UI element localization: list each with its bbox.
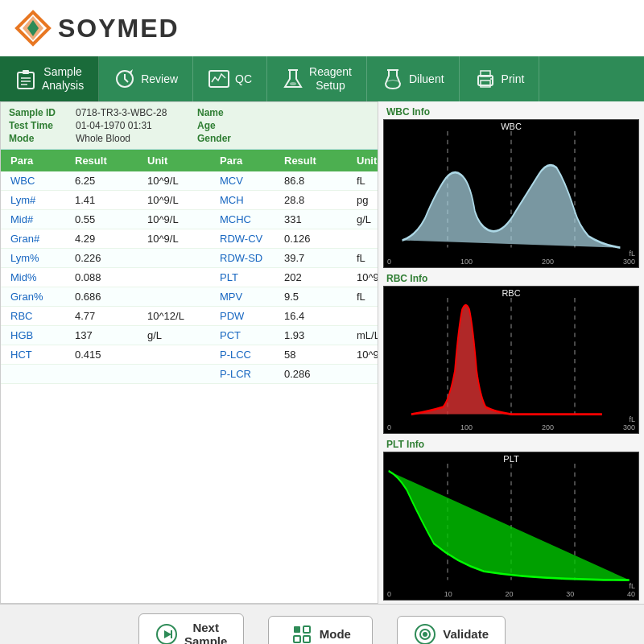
validate-icon [414, 623, 436, 645]
unit1-cell [144, 366, 217, 382]
unit2-cell: fL [353, 173, 378, 188]
rbc-unit: fL [629, 415, 635, 423]
svg-rect-31 [294, 636, 300, 642]
svg-rect-3 [18, 72, 34, 89]
nav-reagent-setup[interactable]: Reagent Setup [267, 56, 367, 101]
unit2-cell [353, 308, 378, 324]
table-header: Para Result Unit Para Result Unit [1, 150, 378, 171]
table-row: RBC4.7710^12/LPDW16.4 [1, 307, 378, 326]
unit2-cell [353, 231, 378, 246]
result1-cell: 0.415 [72, 347, 144, 362]
svg-rect-4 [23, 70, 29, 74]
result1-cell: 137 [72, 328, 144, 343]
para2-cell: RDW-SD [217, 250, 281, 266]
svg-rect-30 [303, 626, 310, 633]
para2-cell: PLT [217, 270, 281, 285]
unit1-cell [144, 270, 217, 285]
nav-sample-analysis-label: Sample Analysis [42, 65, 84, 93]
col-result1: Result [72, 153, 144, 168]
para1-cell: Gran# [7, 231, 72, 246]
review-icon [114, 68, 136, 90]
para2-cell: P-LCC [217, 347, 281, 362]
result1-cell: 0.55 [72, 212, 144, 227]
mode-button[interactable]: Mode [268, 616, 373, 645]
validate-button[interactable]: Validate [397, 616, 506, 645]
mode-row: Mode Whole Blood [9, 133, 181, 144]
wbc-svg [384, 131, 638, 262]
name-row: Name [197, 107, 369, 118]
mode-icon [291, 623, 313, 645]
result2-cell: 86.8 [281, 173, 353, 188]
printer-icon [474, 68, 497, 90]
nav-diluent[interactable]: Diluent [367, 56, 460, 101]
next-sample-icon [155, 623, 178, 645]
result2-cell: 28.8 [281, 192, 353, 208]
para1-cell: WBC [7, 173, 72, 188]
col-para2: Para [217, 153, 281, 168]
unit1-cell [144, 347, 217, 362]
nav-qc[interactable]: QC [193, 56, 267, 101]
navbar: Sample Analysis Review QC Reagent Setup [0, 56, 644, 101]
unit1-cell: 10^9/L [144, 231, 217, 246]
next-sample-button[interactable]: Next Sample [138, 613, 244, 645]
logo-text: SOYMED [58, 14, 180, 43]
table-row: HGB137g/LPCT1.93mL/L [1, 326, 378, 345]
plt-section: PLT Info PLT fL 010203040 [383, 437, 639, 601]
result1-cell: 0.226 [72, 250, 144, 266]
para2-cell: MCHC [217, 212, 281, 227]
para2-cell: MCH [217, 192, 281, 208]
table-row: Lym%0.226RDW-SD39.7fL [1, 249, 378, 268]
next-sample-label: Next Sample [184, 621, 227, 645]
age-label: Age [197, 120, 258, 131]
para1-cell: Lym% [7, 250, 72, 266]
sample-id-row: Sample ID 0718-TR3-3-WBC-28 [9, 107, 181, 118]
unit1-cell: 10^9/L [144, 173, 217, 188]
age-row: Age [197, 120, 369, 131]
soymed-logo-icon [13, 8, 53, 48]
table-row: HCT0.415P-LCC5810^9/L [1, 345, 378, 365]
para1-cell: Lym# [7, 192, 72, 208]
flask-icon [282, 68, 304, 90]
para1-cell: Mid% [7, 270, 72, 285]
unit2-cell [353, 366, 378, 382]
action-bar: Next Sample Mode Validate [0, 604, 644, 644]
para1-cell: HGB [7, 328, 72, 343]
svg-point-16 [490, 78, 492, 80]
plt-chart: PLT fL 010203040 [383, 452, 639, 601]
col-para1: Para [7, 153, 72, 168]
unit1-cell [144, 250, 217, 266]
rbc-axis: 0100200300 [384, 423, 638, 431]
table-row: Lym#1.4110^9/LMCH28.8pg [1, 191, 378, 210]
svg-marker-27 [164, 630, 171, 638]
unit2-cell: 10^9/L [353, 270, 378, 285]
wbc-section: WBC Info WBC fL 0100200300 [383, 105, 639, 268]
nav-print-label: Print [502, 72, 525, 86]
mode-value: Whole Blood [76, 133, 130, 144]
unit2-cell: mL/L [353, 328, 378, 343]
sample-id-value: 0718-TR3-3-WBC-28 [76, 107, 167, 118]
para1-cell: HCT [7, 347, 72, 362]
result1-cell: 4.29 [72, 231, 144, 246]
para2-cell: PCT [217, 328, 281, 343]
nav-print[interactable]: Print [460, 56, 540, 101]
plt-info-label: PLT Info [383, 437, 639, 452]
name-label: Name [197, 107, 258, 118]
para2-cell: MCV [217, 173, 281, 188]
para2-cell: RDW-CV [217, 231, 281, 246]
svg-rect-32 [303, 636, 310, 642]
svg-point-35 [423, 632, 427, 637]
para2-cell: P-LCR [217, 366, 281, 382]
plt-unit: fL [629, 582, 635, 590]
nav-sample-analysis[interactable]: Sample Analysis [0, 56, 99, 101]
unit2-cell: 10^9/L [353, 347, 378, 362]
nav-qc-label: QC [235, 72, 252, 86]
nav-review[interactable]: Review [99, 56, 193, 101]
result2-cell: 9.5 [281, 289, 353, 304]
unit1-cell: 10^12/L [144, 308, 217, 324]
para1-cell: Gran% [7, 289, 72, 304]
wbc-info-label: WBC Info [383, 105, 639, 119]
para1-cell [7, 366, 72, 382]
col-unit1: Unit [144, 153, 217, 168]
wbc-chart: WBC fL 0100200300 [383, 119, 639, 268]
result1-cell [72, 366, 144, 382]
